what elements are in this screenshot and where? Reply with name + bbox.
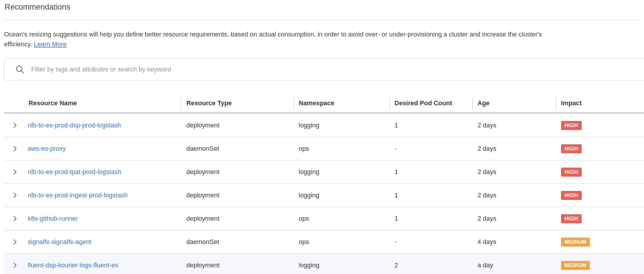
expand-chevron-icon[interactable] [11,122,19,129]
namespace-cell: ops [293,238,389,246]
title-divider [4,20,640,21]
namespace-cell: logging [293,122,389,129]
expand-chevron-icon[interactable] [11,145,19,152]
desired-pod-count-cell: 1 [389,168,472,176]
resource-type-cell: deployment [181,122,293,129]
age-cell: 2 days [472,145,556,152]
expand-chevron-icon[interactable] [11,261,19,269]
filter-search-bar[interactable] [4,58,644,80]
resource-name-link[interactable]: aws-es-proxy [28,145,66,152]
resource-type-cell: deployment [181,192,293,199]
page-title: Recommendations [5,2,644,12]
expand-chevron-icon[interactable] [11,238,19,246]
column-header-impact: Impact [556,99,644,107]
page-description: Ocean's resizing suggestions will help y… [4,29,640,49]
impact-badge: HIGH [561,214,582,223]
table-row[interactable]: nlb-to-es-prod-tpat-prod-logstash deploy… [4,161,644,184]
column-header-resource-name: Resource Name [26,99,181,107]
desired-pod-count-cell: 1 [389,215,472,222]
impact-badge: HIGH [561,191,582,200]
impact-badge: HIGH [561,121,582,130]
namespace-cell: ops [293,145,389,152]
age-cell: 2 days [472,192,556,199]
resource-type-cell: deployment [181,261,293,269]
impact-badge: HIGH [561,144,582,153]
expand-chevron-icon[interactable] [11,215,19,222]
desired-pod-count-cell: - [389,238,472,246]
desired-pod-count-cell: - [389,145,472,152]
table-row[interactable]: fluent-dsp-kourier-logs-fluent-es deploy… [4,254,644,274]
desired-pod-count-cell: 1 [389,122,472,129]
age-cell: 4 days [472,238,556,246]
learn-more-link[interactable]: Learn More [34,41,67,48]
table-row[interactable]: nlb-to-es-prod-ingest-prod-logstash depl… [4,184,644,207]
table-row[interactable]: nlb-to-es-prod-dsp-prod-logstash deploym… [4,114,644,137]
expand-chevron-icon[interactable] [11,192,19,199]
resource-name-link[interactable]: nlb-to-es-prod-ingest-prod-logstash [28,192,128,199]
impact-badge: HIGH [561,168,582,177]
description-line1: Ocean's resizing suggestions will help y… [4,31,542,38]
age-cell: a day [472,261,556,269]
resource-name-link[interactable]: nlb-to-es-prod-dsp-prod-logstash [28,122,121,129]
expand-chevron-icon[interactable] [11,168,19,176]
recommendations-page: Recommendations Ocean's resizing suggest… [0,2,644,274]
column-header-age: Age [472,99,556,107]
resource-type-cell: daemonSet [181,238,293,246]
resource-name-link[interactable]: nlb-to-es-prod-tpat-prod-logstash [28,168,121,175]
table-row[interactable]: aws-es-proxy daemonSet ops - 2 days HIGH [4,137,644,161]
table-header-row: Resource Name Resource Type Namespace De… [4,94,644,114]
resource-type-cell: daemonSet [181,145,293,152]
search-icon [15,64,25,74]
recommendations-table: Resource Name Resource Type Namespace De… [4,94,644,274]
resource-type-cell: deployment [181,168,293,176]
column-header-resource-type: Resource Type [181,99,293,107]
age-cell: 2 days [472,122,556,129]
table-row[interactable]: signalfx-signalfx-agent daemonSet ops - … [4,231,644,254]
column-header-desired-pod-count: Desired Pod Count [389,99,472,107]
resource-name-link[interactable]: fluent-dsp-kourier-logs-fluent-es [28,261,118,269]
resource-name-link[interactable]: signalfx-signalfx-agent [28,238,91,245]
age-cell: 2 days [472,215,556,222]
description-line2: efficiency. [4,41,32,48]
impact-badge: MEDIUM [561,238,590,247]
namespace-cell: logging [293,261,389,269]
desired-pod-count-cell: 1 [389,192,472,199]
age-cell: 2 days [472,168,556,176]
column-header-namespace: Namespace [293,99,389,107]
table-row[interactable]: k8s-github-runner deployment ops 1 2 day… [4,207,644,231]
namespace-cell: logging [293,192,389,199]
namespace-cell: ops [293,215,389,222]
desired-pod-count-cell: 2 [389,261,472,269]
filter-search-input[interactable] [31,65,644,73]
resource-name-link[interactable]: k8s-github-runner [28,215,78,222]
impact-badge: MEDIUM [561,261,590,270]
namespace-cell: logging [293,168,389,176]
resource-type-cell: deployment [181,215,293,222]
